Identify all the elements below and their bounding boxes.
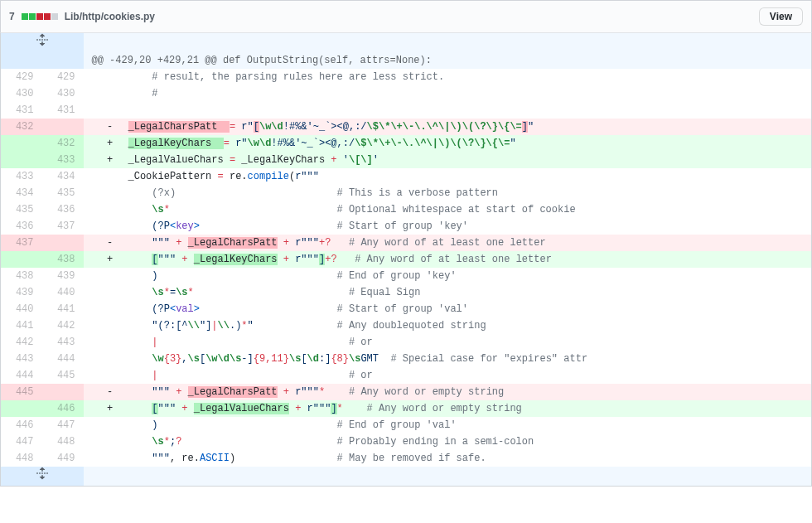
old-line-number[interactable]: 445 — [1, 384, 42, 400]
old-line-number[interactable]: 439 — [1, 284, 42, 301]
expand-button[interactable] — [1, 467, 84, 487]
code-token: ) — [152, 270, 157, 282]
diff-marker: + — [110, 251, 128, 268]
code-token: r""" — [295, 386, 319, 398]
new-line-number[interactable] — [42, 235, 84, 251]
hunk-gutter — [1, 52, 42, 69]
new-line-number[interactable] — [42, 384, 84, 400]
old-line-number[interactable]: 444 — [1, 367, 42, 384]
code-token: _CookiePattern — [128, 171, 218, 182]
code-content: -_LegalCharsPatt = r"[\w\d!#%&'~_`><@,:/… — [84, 119, 812, 135]
new-line-number[interactable]: 434 — [42, 168, 84, 185]
code-token: # Any doublequoted string — [337, 320, 486, 332]
old-line-number[interactable] — [1, 135, 42, 152]
code-token: \w\d\s — [205, 353, 241, 365]
code-token: _LegalKeyChars — [194, 254, 278, 265]
code-content: _CookiePattern = re.compile(r""" — [84, 168, 812, 185]
code-token — [158, 337, 349, 348]
old-line-number[interactable]: 433 — [1, 168, 42, 185]
new-line-number[interactable]: 449 — [42, 450, 84, 467]
code-token — [128, 204, 152, 215]
view-button[interactable]: View — [759, 7, 803, 26]
new-line-number[interactable]: 439 — [42, 268, 84, 284]
code-content: \w{3},\s[\w\d\s-]{9,11}\s[\d:]{8}\sGMT #… — [84, 351, 812, 367]
diff-marker — [110, 268, 128, 284]
new-line-number[interactable]: 436 — [42, 201, 84, 218]
new-line-number[interactable]: 431 — [42, 102, 84, 119]
code-token — [181, 386, 187, 398]
new-line-number[interactable]: 444 — [42, 351, 84, 367]
new-line-number[interactable]: 447 — [42, 417, 84, 433]
old-line-number[interactable]: 437 — [1, 235, 42, 251]
code-token — [301, 403, 307, 414]
code-content: "(?:[^\\"]|\\.)*" # Any doublequoted str… — [84, 317, 812, 334]
code-token: # Any word or empty string — [367, 403, 522, 414]
old-line-number[interactable]: 442 — [1, 334, 42, 351]
new-line-number[interactable]: 445 — [42, 367, 84, 384]
code-token: compile — [248, 171, 289, 182]
code-token — [278, 237, 283, 249]
new-line-number[interactable]: 433 — [42, 152, 84, 168]
old-line-number[interactable] — [1, 251, 42, 268]
new-line-number[interactable]: 430 — [42, 85, 84, 102]
diffstat-add-block — [22, 13, 28, 20]
new-line-number[interactable]: 435 — [42, 185, 84, 201]
new-line-number[interactable]: 437 — [42, 218, 84, 235]
code-token: * — [188, 287, 194, 298]
old-line-number[interactable]: 430 — [1, 85, 42, 102]
code-token — [128, 370, 152, 381]
old-line-number[interactable] — [1, 400, 42, 417]
new-line-number[interactable] — [42, 119, 84, 135]
new-line-number[interactable]: 440 — [42, 284, 84, 301]
new-line-number[interactable]: 432 — [42, 135, 84, 152]
file-path-link[interactable]: Lib/http/cookies.py — [65, 11, 155, 22]
diff-marker — [110, 301, 128, 317]
old-line-number[interactable]: 441 — [1, 317, 42, 334]
code-token: ) — [152, 419, 157, 431]
code-token: -] — [241, 353, 253, 365]
old-line-number[interactable]: 434 — [1, 185, 42, 201]
diff-line: 441442 "(?:[^\\"]|\\.)*" # Any doublequo… — [1, 317, 812, 334]
code-token: \[\] — [349, 154, 373, 166]
new-line-number[interactable]: 429 — [42, 69, 84, 85]
code-token: * — [164, 204, 170, 215]
old-line-number[interactable]: 431 — [1, 102, 42, 119]
diff-line: 448449 """, re.ASCII) # May be removed i… — [1, 450, 812, 467]
code-token — [170, 204, 337, 215]
old-line-number[interactable]: 440 — [1, 301, 42, 317]
new-line-number[interactable]: 442 — [42, 317, 84, 334]
old-line-number[interactable]: 435 — [1, 201, 42, 218]
old-line-number[interactable]: 447 — [1, 433, 42, 450]
code-token: * — [164, 436, 170, 448]
new-line-number[interactable]: 443 — [42, 334, 84, 351]
diff-line: 434435 (?x) # This is a verbose pattern — [1, 185, 812, 201]
code-content: """, re.ASCII) # May be removed if safe. — [84, 450, 812, 467]
new-line-number[interactable]: 441 — [42, 301, 84, 317]
code-content: (?x) # This is a verbose pattern — [84, 185, 812, 201]
new-line-number[interactable]: 438 — [42, 251, 84, 268]
expand-gutter — [84, 467, 812, 487]
old-line-number[interactable]: 446 — [1, 417, 42, 433]
code-token: # Start of group 'key' — [337, 220, 468, 232]
diff-marker — [110, 334, 128, 351]
old-line-number[interactable]: 438 — [1, 268, 42, 284]
code-token — [343, 403, 367, 414]
new-line-number[interactable]: 446 — [42, 400, 84, 417]
old-line-number[interactable]: 443 — [1, 351, 42, 367]
expand-button[interactable] — [1, 33, 84, 52]
old-line-number[interactable]: 432 — [1, 119, 42, 135]
new-line-number[interactable]: 448 — [42, 433, 84, 450]
code-token: " — [528, 121, 534, 133]
code-token — [128, 187, 152, 199]
old-line-number[interactable]: 448 — [1, 450, 42, 467]
code-content: +_LegalValueChars = _LegalKeyChars + '\[… — [84, 152, 812, 168]
old-line-number[interactable]: 429 — [1, 69, 42, 85]
old-line-number[interactable] — [1, 152, 42, 168]
code-token: + — [181, 403, 187, 414]
code-token — [200, 220, 337, 232]
code-token: ) — [230, 453, 337, 464]
code-token: val — [176, 303, 194, 315]
code-token — [128, 71, 152, 83]
code-token: [^ — [176, 320, 187, 332]
old-line-number[interactable]: 436 — [1, 218, 42, 235]
